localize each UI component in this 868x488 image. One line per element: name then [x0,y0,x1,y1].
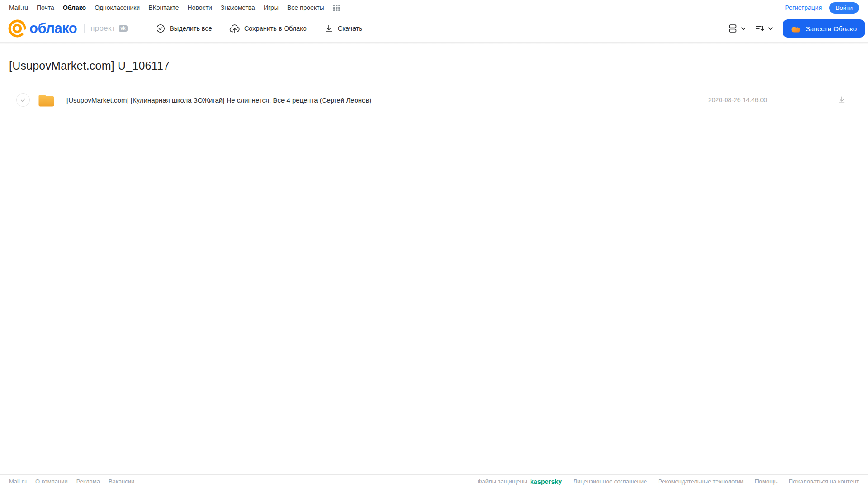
cloud-header: облако проект vk Выделить все [0,15,868,42]
cloud-upload-icon [229,24,240,34]
cloud-public-folder-page: Mail.ru Почта Облако Одноклассники ВКонт… [0,0,868,488]
nav-mail[interactable]: Почта [37,4,54,11]
all-projects-grid-icon[interactable] [333,5,340,11]
file-date: 2020-08-26 14:46:00 [708,96,767,104]
footer: Mail.ru О компании Реклама Вакансии Файл… [0,474,868,488]
save-to-cloud-label: Сохранить в Облако [244,25,307,32]
check-circle-icon [156,24,166,33]
login-button[interactable]: Войти [829,2,859,14]
kaspersky-protected: Файлы защищены kaspersky [478,478,562,485]
footer-help-link[interactable]: Помощь [754,478,777,485]
nav-odnoklassniki[interactable]: Одноклассники [95,4,140,11]
protected-label: Файлы защищены [478,478,527,485]
footer-recommendation-link[interactable]: Рекомендательные технологии [658,478,743,485]
logo-project-label: проект [90,24,115,33]
nav-news[interactable]: Новости [188,4,212,11]
footer-ads-link[interactable]: Реклама [76,478,100,485]
chevron-down-icon [740,26,746,32]
footer-license-link[interactable]: Лицензионное соглашение [573,478,647,485]
chevron-down-icon [768,26,773,32]
footer-report-link[interactable]: Пожаловаться на контент [789,478,859,485]
select-all-button[interactable]: Выделить все [156,24,212,33]
check-icon [20,97,26,103]
row-download-icon[interactable] [837,95,846,104]
logo-text: облако [29,20,77,37]
view-mode-button[interactable] [727,23,746,34]
page-title: [UsupovMarket.com] U_106117 [9,59,859,72]
download-icon [324,24,334,33]
mailru-at-icon [8,19,27,38]
download-button[interactable]: Скачать [324,24,362,33]
footer-about-link[interactable]: О компании [35,478,68,485]
portal-auth: Регистрация Войти [785,2,859,14]
logo-divider [84,24,85,33]
header-view-controls: Завести Облако [727,19,865,38]
select-all-label: Выделить все [170,25,212,32]
save-to-cloud-button[interactable]: Сохранить в Облако [229,24,307,34]
cloud-logo[interactable]: облако проект vk [8,19,128,38]
file-name-link[interactable]: [UsupovMarket.com] [Кулинарная школа ЗОЖ… [66,96,371,104]
download-label: Скачать [338,25,362,32]
footer-jobs-link[interactable]: Вакансии [109,478,134,485]
file-row[interactable]: [UsupovMarket.com] [Кулинарная школа ЗОЖ… [9,90,859,110]
kaspersky-logo[interactable]: kaspersky [530,478,562,485]
create-cloud-label: Завести Облако [806,25,857,33]
vk-badge-icon: vk [119,25,128,32]
nav-all-projects[interactable]: Все проекты [287,4,324,11]
nav-games[interactable]: Игры [264,4,279,11]
portal-navbar: Mail.ru Почта Облако Одноклассники ВКонт… [0,0,868,15]
sort-icon [754,23,765,34]
actions-toolbar: Выделить все Сохранить в Облако Скача [156,24,362,34]
sort-button[interactable] [754,23,773,34]
main-content: [UsupovMarket.com] U_106117 [0,59,868,110]
header-shadow [0,42,868,44]
nav-mailru[interactable]: Mail.ru [9,4,28,11]
registration-link[interactable]: Регистрация [785,4,822,11]
row-checkbox[interactable] [16,93,30,107]
create-cloud-button[interactable]: Завести Облако [783,19,865,38]
footer-right-links: Файлы защищены kaspersky Лицензионное со… [478,478,859,485]
footer-left-links: Mail.ru О компании Реклама Вакансии [9,478,134,485]
view-list-icon [727,23,738,34]
footer-mailru-link[interactable]: Mail.ru [9,478,27,485]
nav-vkontakte[interactable]: ВКонтакте [148,4,179,11]
cloud-color-icon [791,25,802,33]
nav-cloud[interactable]: Облако [63,4,86,11]
portal-links: Mail.ru Почта Облако Одноклассники ВКонт… [9,4,340,11]
folder-icon [38,93,55,107]
nav-dating[interactable]: Знакомства [221,4,255,11]
